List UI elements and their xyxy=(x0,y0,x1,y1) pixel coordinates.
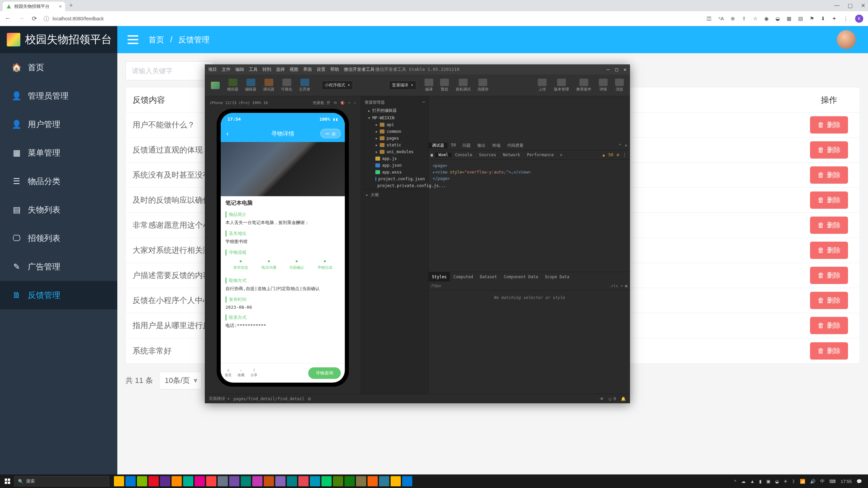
sidebar-item-admin[interactable]: 👤管理员管理 xyxy=(0,82,117,110)
start-button[interactable] xyxy=(2,476,13,487)
tree-file[interactable]: project.config.json xyxy=(363,176,426,182)
close-icon[interactable]: ✕ xyxy=(624,66,627,73)
address-bar[interactable]: i localhost:8080/feedback xyxy=(44,16,707,21)
tree-folder[interactable]: ▸ uni_modules xyxy=(363,148,426,155)
taskbar-app-icon[interactable] xyxy=(206,476,216,486)
menu-item[interactable]: 界面 xyxy=(303,66,312,73)
taskbar-app-icon[interactable] xyxy=(241,476,251,486)
sidebar-item-menu[interactable]: ▦菜单管理 xyxy=(0,139,117,167)
toggle-icon[interactable]: ▣ xyxy=(625,284,627,288)
tray-onedrive-icon[interactable]: ▲ xyxy=(750,479,755,484)
toolbar-button[interactable]: 云开发 xyxy=(296,77,313,93)
console-tab[interactable]: Network xyxy=(499,152,524,157)
taskbar-app-icon[interactable] xyxy=(218,476,228,486)
debugger-tab[interactable]: 终端 xyxy=(489,143,504,148)
toolbar-button[interactable]: 教育套件 xyxy=(574,77,594,93)
debugger-tab[interactable]: 问题 xyxy=(459,143,474,148)
copy-icon[interactable]: ⧉ xyxy=(308,396,311,401)
taskbar-app-icon[interactable] xyxy=(252,476,262,486)
toolbar-button[interactable]: 模拟器 xyxy=(224,77,241,93)
styles-tab[interactable]: Scope Data xyxy=(541,272,573,282)
console-tab[interactable]: Wxml xyxy=(435,152,452,157)
reload-icon[interactable]: ⟳ xyxy=(32,15,37,22)
tree-file[interactable]: app.wxss xyxy=(363,169,426,176)
taskbar-app-icon[interactable] xyxy=(229,476,239,486)
sidebar-item-found[interactable]: 🖵招领列表 xyxy=(0,224,117,252)
delete-button[interactable]: 🗑删除 xyxy=(810,342,848,360)
taskbar-app-icon[interactable] xyxy=(195,476,205,486)
taskbar-app-icon[interactable] xyxy=(114,476,124,486)
sidebar-item-ad[interactable]: ✎广告管理 xyxy=(0,252,117,281)
menu-item[interactable]: 工具 xyxy=(249,66,258,73)
taskbar-app-icon[interactable] xyxy=(287,476,297,486)
console-menu-icon[interactable]: ⋮ xyxy=(623,152,627,157)
rotate-icon[interactable]: ⟲ xyxy=(334,101,337,105)
toolbar-button[interactable]: 编辑器 xyxy=(242,77,259,93)
sidebar-item-user[interactable]: 👤用户管理 xyxy=(0,110,117,139)
compile-mode-dropdown[interactable]: 普通编译 ▾ xyxy=(389,81,416,90)
cut-icon[interactable]: ✂ xyxy=(348,101,351,105)
sidebar-item-home[interactable]: 🏠首页 xyxy=(0,53,117,82)
consult-button[interactable]: 寻物咨询 xyxy=(308,367,341,379)
eye-icon[interactable]: 👁 xyxy=(600,396,604,401)
tree-folder[interactable]: ▸ static xyxy=(363,142,426,148)
puzzle-icon[interactable]: ✦ xyxy=(832,16,836,22)
taskbar-app-icon[interactable] xyxy=(149,476,159,486)
tray-bluetooth-icon[interactable]: ᛒ xyxy=(792,479,795,484)
capsule-buttons[interactable]: ⋯◎ xyxy=(320,129,341,138)
styles-tab[interactable]: Component Data xyxy=(500,272,541,282)
taskbar-app-icon[interactable] xyxy=(402,476,412,486)
tray-cloud-icon[interactable]: ☁ xyxy=(741,479,746,484)
taskbar-app-icon[interactable] xyxy=(275,476,285,486)
taskbar-app-icon[interactable] xyxy=(321,476,332,486)
taskbar-app-icon[interactable] xyxy=(264,476,274,486)
collapse-icon[interactable]: ⌃ xyxy=(619,143,622,148)
tray-notification-icon[interactable]: 💬 xyxy=(856,479,862,484)
delete-button[interactable]: 🗑删除 xyxy=(810,141,848,159)
delete-button[interactable]: 🗑删除 xyxy=(810,242,848,259)
star-icon[interactable]: ☆ xyxy=(753,16,757,22)
toolbar-button[interactable]: 版本管理 xyxy=(551,77,572,93)
outline-section[interactable]: ▸ 大纲 xyxy=(363,189,426,201)
taskbar-app-icon[interactable] xyxy=(137,476,147,486)
search-input[interactable]: 请输入关键字 xyxy=(125,61,214,80)
toolbar-button[interactable]: 上传 xyxy=(535,77,549,93)
add-style-icon[interactable]: + xyxy=(621,284,623,288)
toolbar-button[interactable]: 预览 xyxy=(437,77,452,93)
device-selector[interactable]: iPhone 12/13 (Pro) 100% 16 xyxy=(210,101,268,105)
path-value[interactable]: pages/find_detail/find_detail xyxy=(233,396,304,401)
console-tab[interactable]: Sources xyxy=(476,152,500,157)
cls-toggle[interactable]: .cls xyxy=(609,284,618,288)
menu-item[interactable]: 文件 xyxy=(222,66,231,73)
tray-battery-icon[interactable]: ▮ xyxy=(759,479,762,484)
browser-tab[interactable]: 校园失物招领平台 × xyxy=(3,2,65,11)
sidebar-item-lost[interactable]: ▤失物列表 xyxy=(0,196,117,224)
close-panel-icon[interactable]: ✕ xyxy=(625,143,627,148)
menu-item[interactable]: 视图 xyxy=(290,66,298,73)
taskbar-app-icon[interactable] xyxy=(356,476,366,486)
site-info-icon[interactable]: i xyxy=(44,16,49,21)
tree-file[interactable]: app.js xyxy=(363,155,426,162)
tray-wifi-icon[interactable]: 📶 xyxy=(800,479,805,484)
close-icon[interactable]: × xyxy=(59,4,62,9)
toolbar-button[interactable]: 清缓存 xyxy=(475,77,491,93)
minimize-icon[interactable]: — xyxy=(834,2,840,9)
tray-shield-icon[interactable]: ◒ xyxy=(775,479,779,484)
settings-icon[interactable]: ⚙ xyxy=(617,152,619,157)
bottom-home-icon[interactable]: ⌂首页 xyxy=(225,368,232,378)
console-tab[interactable]: Console xyxy=(452,152,476,157)
menu-item[interactable]: 设置 xyxy=(317,66,326,73)
tree-folder[interactable]: ▸ common xyxy=(363,128,426,135)
delete-button[interactable]: 🗑删除 xyxy=(810,166,848,184)
sidebar-item-category[interactable]: ☰物品分类 xyxy=(0,167,117,196)
tree-folder[interactable]: ▸ api xyxy=(363,121,426,128)
toolbar-button[interactable]: 真机调试 xyxy=(453,77,473,93)
breadcrumb-home[interactable]: 首页 xyxy=(149,35,164,45)
toolbar-button[interactable]: 编译 xyxy=(422,77,436,93)
wxml-inspector[interactable]: <page> ▸<view style="overflow-y:auto;">…… xyxy=(429,160,630,272)
tray-cast-icon[interactable]: ▣ xyxy=(766,479,770,484)
forward-icon[interactable]: → xyxy=(18,15,24,22)
back-icon[interactable]: ← xyxy=(5,15,11,22)
hamburger-icon[interactable] xyxy=(127,35,138,44)
tray-chevron-icon[interactable]: ^ xyxy=(734,479,736,484)
